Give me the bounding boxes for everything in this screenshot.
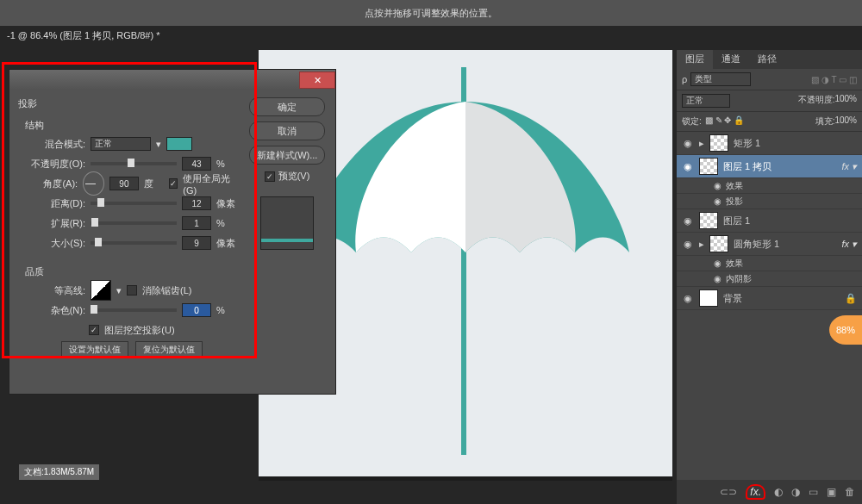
ok-button[interactable]: 确定 xyxy=(249,97,325,116)
antialias-checkbox[interactable] xyxy=(127,285,137,296)
blendmode-select[interactable]: 正常 xyxy=(91,137,151,151)
angle-dial[interactable] xyxy=(83,171,104,196)
visibility-icon[interactable]: ◉ xyxy=(711,181,723,190)
fx-sublayer[interactable]: ◉ 效果 xyxy=(677,178,862,194)
chevron-right-icon[interactable]: ▸ xyxy=(699,138,704,149)
dialog-titlebar[interactable]: ✕ xyxy=(9,70,335,90)
visibility-icon[interactable]: ◉ xyxy=(711,274,723,283)
opacity-input[interactable] xyxy=(182,157,211,171)
visibility-icon[interactable]: ◉ xyxy=(682,239,694,250)
angle-label: 角度(A): xyxy=(25,177,78,190)
angle-input[interactable] xyxy=(109,177,139,190)
lock-icons[interactable]: ▩ ✎ ✥ 🔒 xyxy=(705,115,744,128)
fx-badge[interactable]: fx ▾ xyxy=(841,161,857,172)
size-unit: 像素 xyxy=(216,237,239,250)
reset-default-button[interactable]: 复位为默认值 xyxy=(135,341,203,358)
quality-label: 品质 xyxy=(25,265,239,278)
preview-checkbox[interactable] xyxy=(265,171,275,182)
fx-sublayer[interactable]: ◉ 效果 xyxy=(677,256,862,271)
set-default-button[interactable]: 设置为默认值 xyxy=(61,341,128,358)
visibility-icon[interactable]: ◉ xyxy=(682,161,694,172)
distance-slider[interactable] xyxy=(91,202,177,205)
global-light-label: 使用全局光 (G) xyxy=(183,172,239,196)
spread-slider[interactable] xyxy=(91,221,177,225)
layer-thumb[interactable] xyxy=(699,289,718,307)
fx-sublayer[interactable]: ◉ 内阴影 xyxy=(677,271,862,287)
tab-layers[interactable]: 图层 xyxy=(677,50,713,69)
umbrella-canopy-shape xyxy=(302,102,629,252)
close-icon[interactable]: ✕ xyxy=(299,72,335,89)
visibility-icon[interactable]: ◉ xyxy=(682,138,694,149)
contour-picker[interactable] xyxy=(91,280,111,301)
preview-label: 预览(V) xyxy=(278,170,310,183)
cancel-button[interactable]: 取消 xyxy=(249,121,325,140)
size-input[interactable] xyxy=(182,236,211,250)
layer-name: 图层 1 xyxy=(723,215,750,227)
new-layer-icon[interactable]: ▣ xyxy=(827,486,836,498)
visibility-icon[interactable]: ◉ xyxy=(711,258,723,268)
fx-menu-button[interactable]: fx. xyxy=(746,484,765,500)
dialog-heading: 投影 xyxy=(18,97,247,110)
structure-label: 结构 xyxy=(25,119,239,132)
visibility-icon[interactable]: ◉ xyxy=(711,196,723,206)
fx-sublayer[interactable]: ◉ 投影 xyxy=(677,194,862,209)
lock-icon: 🔒 xyxy=(845,293,857,304)
progress-badge: 88% xyxy=(829,315,862,345)
document-tab[interactable]: -1 @ 86.4% (图层 1 拷贝, RGB/8#) * xyxy=(0,26,166,46)
size-slider[interactable] xyxy=(91,241,177,245)
layers-panel: 图层 通道 路径 ρ 类型 ▧ ◑ T ▭ ◫ 正常 不透明度: 100% 锁定… xyxy=(677,50,862,504)
chevron-down-icon[interactable]: ▾ xyxy=(156,139,161,150)
group-icon[interactable]: ▭ xyxy=(809,486,818,498)
doc-size-status: 文档:1.83M/5.87M xyxy=(19,464,99,480)
fill-value[interactable]: 100% xyxy=(834,115,857,128)
options-bar: 点按并拖移可调整效果的位置。 xyxy=(0,0,862,26)
mask-icon[interactable]: ◐ xyxy=(774,486,783,498)
distance-input[interactable] xyxy=(182,196,211,210)
fill-label: 填充: xyxy=(815,115,835,128)
layer-thumb[interactable] xyxy=(709,235,728,252)
shadow-color-swatch[interactable] xyxy=(166,137,192,151)
global-light-checkbox[interactable] xyxy=(169,178,178,189)
opacity-unit: % xyxy=(216,159,239,169)
chevron-right-icon[interactable]: ▸ xyxy=(699,239,704,250)
size-label: 大小(S): xyxy=(25,237,85,250)
blend-select[interactable]: 正常 xyxy=(682,94,730,108)
fx-badge[interactable]: fx ▾ xyxy=(841,239,857,250)
noise-slider[interactable] xyxy=(91,308,177,312)
knockout-checkbox[interactable] xyxy=(89,325,99,335)
link-icon[interactable]: ⊂⊃ xyxy=(720,486,737,498)
trash-icon[interactable]: 🗑 xyxy=(845,486,855,498)
filter-type-select[interactable]: 类型 xyxy=(690,72,751,86)
chevron-down-icon[interactable]: ▾ xyxy=(116,285,122,296)
layer-row[interactable]: ◉ 图层 1 拷贝 fx ▾ xyxy=(677,155,862,178)
opacity-panel-value[interactable]: 100% xyxy=(834,94,857,108)
new-style-button[interactable]: 新建样式(W)... xyxy=(249,146,325,165)
layer-row[interactable]: ◉ 背景 🔒 xyxy=(677,287,862,310)
filter-icons[interactable]: ▧ ◑ T ▭ ◫ xyxy=(811,75,857,84)
visibility-icon[interactable]: ◉ xyxy=(682,215,694,227)
noise-label: 杂色(N): xyxy=(25,304,85,317)
panel-footer: ⊂⊃ fx. ◐ ◑ ▭ ▣ 🗑 xyxy=(677,480,862,504)
layer-name: 背景 xyxy=(723,292,742,305)
lock-label: 锁定: xyxy=(682,115,702,128)
visibility-icon[interactable]: ◉ xyxy=(682,293,694,304)
layer-row[interactable]: ◉ 图层 1 xyxy=(677,209,862,233)
layer-thumb[interactable] xyxy=(709,134,728,152)
spread-unit: % xyxy=(216,218,239,228)
layer-thumb[interactable] xyxy=(699,212,718,229)
layer-row[interactable]: ◉ ▸ 圆角矩形 1 fx ▾ xyxy=(677,233,862,256)
tab-channels[interactable]: 通道 xyxy=(713,50,749,69)
noise-input[interactable] xyxy=(182,303,211,317)
layer-row[interactable]: ◉ ▸ 矩形 1 xyxy=(677,132,862,155)
opacity-label: 不透明度(O): xyxy=(25,158,85,171)
layer-name: 矩形 1 xyxy=(734,137,760,150)
opacity-slider[interactable] xyxy=(91,162,177,165)
contour-label: 等高线: xyxy=(25,284,85,297)
spread-input[interactable] xyxy=(182,216,211,230)
tab-paths[interactable]: 路径 xyxy=(749,50,785,69)
layer-name: 圆角矩形 1 xyxy=(734,238,779,251)
adjustment-icon[interactable]: ◑ xyxy=(791,486,800,498)
search-icon[interactable]: ρ xyxy=(682,74,687,84)
layer-thumb[interactable] xyxy=(699,158,718,175)
layer-name: 图层 1 拷贝 xyxy=(723,160,771,173)
